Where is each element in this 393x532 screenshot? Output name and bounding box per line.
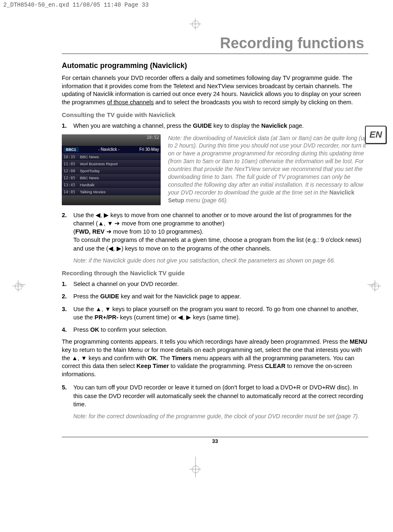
list-item: 12:00SportToday [62, 167, 161, 174]
step-r2: 2. Press the GUIDE key and wait for the … [62, 292, 368, 300]
screenshot-rows: 10:35BBC News 11:05Worl Business Report … [62, 153, 161, 195]
step-number: 2. [62, 211, 73, 253]
text: move from one programme to another) [120, 220, 224, 227]
row-time: 13:45 [62, 183, 78, 187]
step-body: You can turn off your DVD recorder or le… [73, 383, 368, 408]
content-area: EN Automatic programming (Naviclick) For… [62, 61, 368, 420]
title-rule [62, 54, 368, 54]
list-item: 12:05BBC News [62, 174, 161, 181]
step-number: 4. [62, 326, 73, 334]
step-number: 1. [62, 122, 73, 130]
recording-steps-cont: 5. You can turn off your DVD recorder or… [62, 383, 368, 408]
registration-mark-icon [189, 18, 201, 30]
step-body: When you are watching a channel, press t… [73, 122, 368, 130]
pr-keys-label: PR+/PR- [95, 314, 119, 321]
list-item: 13:45Hardtalk [62, 181, 161, 188]
menu-key: MENU [350, 338, 367, 345]
text: . The [157, 355, 172, 361]
text: keys (current time) or ◀, ▶ keys (same t… [118, 314, 240, 321]
clear-key: CLEAR [265, 363, 285, 369]
step-1: 1. When you are watching a channel, pres… [62, 122, 368, 130]
intro-underline: of those channels [107, 99, 154, 105]
step-2: 2. Use the ◀, ▶ keys to move from one ch… [62, 211, 368, 253]
step-r5: 5. You can turn off your DVD recorder or… [62, 383, 368, 408]
up-down-arrows-icon: ▲, ▼ [96, 306, 111, 312]
crop-line [17, 284, 26, 285]
row-prog: SportToday [78, 169, 161, 173]
intro-tail: and to select the broadcasts you wish to… [154, 99, 353, 105]
list-item: 14:05Talking Movies [62, 188, 161, 195]
row-prog: Talking Movies [78, 190, 161, 194]
row-prog: Hardtalk [78, 183, 161, 187]
text: Press [73, 326, 90, 333]
step-r3: 3. Use the ▲, ▼ keys to place yourself o… [62, 305, 368, 322]
text: ➔ move from 10 to 10 programmes). [105, 228, 204, 235]
fwd-rev-label: FWD, REV [75, 228, 105, 235]
row-prog: Worl Business Report [78, 162, 161, 166]
text: When you are watching a channel, press t… [73, 122, 193, 129]
screenshot-clock: 10:52 [147, 135, 159, 140]
text: Press the [73, 293, 100, 300]
step-body: Press OK to confirm your selection. [73, 326, 368, 334]
text: Use the [73, 306, 96, 312]
naviclick-label: Naviclick [261, 122, 287, 129]
text: To consult the programs of the channels … [73, 237, 361, 251]
note-satisfaction: Note: if the Naviclick guide does not gi… [73, 257, 368, 265]
ok-key: OK [147, 355, 157, 361]
step-body: Use the ▲, ▼ keys to place yourself on t… [73, 305, 368, 322]
row-time: 12:05 [62, 176, 78, 180]
screenshot-title: - Naviclick - [98, 147, 120, 152]
text: key to display the [212, 122, 261, 129]
page-number: 33 [62, 437, 368, 444]
screenshot-and-note: 10:52 BBC1 - Naviclick - Fri 30-May 10:3… [62, 134, 368, 205]
section-heading: Automatic programming (Naviclick) [62, 61, 368, 70]
guide-key: GUIDE [193, 122, 212, 129]
timers-label: Timers [172, 355, 191, 361]
step-body: Use the ◀, ▶ keys to move from one chann… [73, 211, 368, 253]
row-prog: BBC News [78, 176, 161, 180]
text: The programming contents appears. It tel… [62, 338, 350, 345]
note-tail: menu (page 66). [184, 197, 228, 204]
list-item: 10:35BBC News [62, 153, 161, 160]
page-title: Recording functions [0, 35, 393, 52]
left-right-arrows-icon: ◀, ▶ [96, 212, 109, 218]
registration-mark-icon [12, 280, 24, 292]
subheading-consulting: Consulting the TV guide with Naviclick [62, 111, 368, 118]
consulting-steps: 1. When you are watching a channel, pres… [62, 122, 368, 130]
naviclick-screenshot: 10:52 BBC1 - Naviclick - Fri 30-May 10:3… [62, 134, 161, 205]
list-item: 11:05Worl Business Report [62, 160, 161, 167]
keep-timer-label: Keep Timer [136, 363, 169, 369]
row-time: 10:35 [62, 155, 78, 159]
up-down-arrows-icon: ▲, ▼ [98, 220, 113, 227]
right-arrow-icon: ➔ [113, 220, 120, 227]
programming-paragraph: The programming contents appears. It tel… [62, 338, 368, 378]
note-downloading: Note: the downloading of Naviclick data … [168, 134, 368, 205]
step-number: 5. [62, 383, 73, 408]
screenshot-channel: BBC1 [63, 147, 79, 152]
crop-line [367, 284, 376, 285]
intro-paragraph: For certain channels your DVD recorder o… [62, 74, 368, 106]
subheading-recording: Recording through the Naviclick TV guide [62, 270, 368, 277]
note-clock: Note: for the correct downloading of the… [73, 412, 368, 420]
screenshot-topbar: 10:52 [62, 134, 161, 146]
step-number: 3. [62, 305, 73, 322]
step-number: 1. [62, 280, 73, 288]
top-registration-area [0, 10, 393, 35]
consulting-steps-cont: 2. Use the ◀, ▶ keys to move from one ch… [62, 211, 368, 253]
row-prog: BBC News [78, 155, 161, 159]
screenshot-date: Fri 30-May [139, 147, 159, 152]
print-header: 2_DTH8540-50_en.qxd 11/08/05 11:40 Page … [0, 0, 393, 10]
language-flag: EN [365, 126, 386, 144]
registration-mark-icon [189, 457, 201, 477]
step-number: 2. [62, 292, 73, 300]
screenshot-header: BBC1 - Naviclick - Fri 30-May [62, 146, 161, 153]
registration-mark-icon [369, 280, 381, 292]
step-body: Select a channel on your DVD recorder. [73, 280, 368, 288]
step-r1: 1. Select a channel on your DVD recorder… [62, 280, 368, 288]
screenshot-bottombar [62, 195, 161, 205]
recording-steps: 1. Select a channel on your DVD recorder… [62, 280, 368, 334]
text: key and wait for the Naviclick page to a… [119, 293, 241, 300]
note-text: Note: the downloading of Naviclick data … [168, 135, 367, 196]
guide-key: GUIDE [100, 293, 119, 300]
text: to confirm your selection. [99, 326, 167, 333]
